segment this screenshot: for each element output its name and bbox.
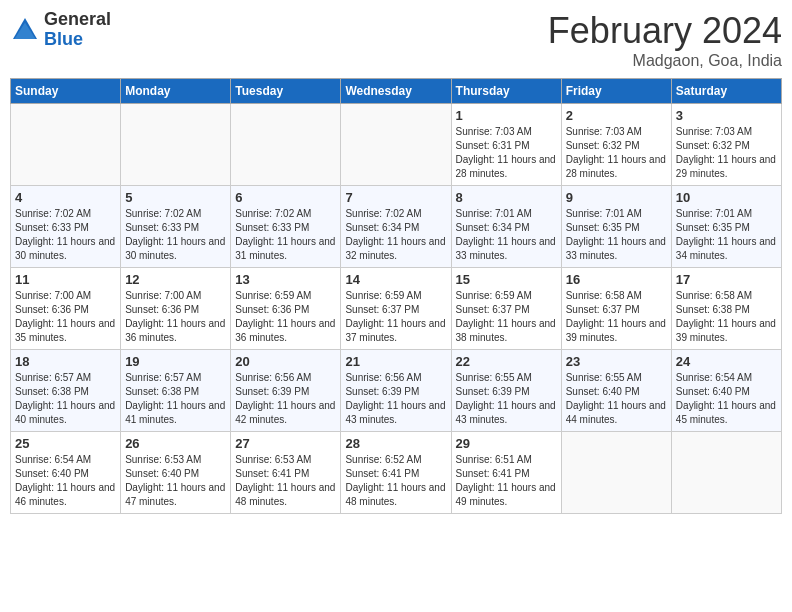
calendar-week-row: 1Sunrise: 7:03 AMSunset: 6:31 PMDaylight… [11,104,782,186]
calendar-week-row: 4Sunrise: 7:02 AMSunset: 6:33 PMDaylight… [11,186,782,268]
calendar-cell: 21Sunrise: 6:56 AMSunset: 6:39 PMDayligh… [341,350,451,432]
day-number: 8 [456,190,557,205]
day-number: 29 [456,436,557,451]
day-number: 14 [345,272,446,287]
day-info: Sunrise: 7:00 AMSunset: 6:36 PMDaylight:… [15,289,116,345]
calendar-cell: 4Sunrise: 7:02 AMSunset: 6:33 PMDaylight… [11,186,121,268]
calendar-cell: 28Sunrise: 6:52 AMSunset: 6:41 PMDayligh… [341,432,451,514]
day-info: Sunrise: 6:53 AMSunset: 6:40 PMDaylight:… [125,453,226,509]
day-number: 16 [566,272,667,287]
day-info: Sunrise: 7:02 AMSunset: 6:33 PMDaylight:… [125,207,226,263]
day-info: Sunrise: 6:55 AMSunset: 6:39 PMDaylight:… [456,371,557,427]
day-number: 17 [676,272,777,287]
day-number: 7 [345,190,446,205]
day-info: Sunrise: 7:02 AMSunset: 6:34 PMDaylight:… [345,207,446,263]
day-number: 28 [345,436,446,451]
weekday-header-cell: Thursday [451,79,561,104]
day-info: Sunrise: 7:01 AMSunset: 6:35 PMDaylight:… [566,207,667,263]
weekday-header-row: SundayMondayTuesdayWednesdayThursdayFrid… [11,79,782,104]
svg-marker-1 [15,22,36,39]
weekday-header-cell: Monday [121,79,231,104]
calendar-cell: 5Sunrise: 7:02 AMSunset: 6:33 PMDaylight… [121,186,231,268]
calendar-cell: 9Sunrise: 7:01 AMSunset: 6:35 PMDaylight… [561,186,671,268]
calendar-cell: 16Sunrise: 6:58 AMSunset: 6:37 PMDayligh… [561,268,671,350]
calendar-cell: 6Sunrise: 7:02 AMSunset: 6:33 PMDaylight… [231,186,341,268]
calendar-cell: 25Sunrise: 6:54 AMSunset: 6:40 PMDayligh… [11,432,121,514]
day-info: Sunrise: 6:54 AMSunset: 6:40 PMDaylight:… [15,453,116,509]
day-number: 26 [125,436,226,451]
calendar-cell [231,104,341,186]
day-info: Sunrise: 6:51 AMSunset: 6:41 PMDaylight:… [456,453,557,509]
day-number: 24 [676,354,777,369]
calendar-cell: 13Sunrise: 6:59 AMSunset: 6:36 PMDayligh… [231,268,341,350]
day-number: 23 [566,354,667,369]
page-header: General Blue February 2024 Madgaon, Goa,… [10,10,782,70]
logo: General Blue [10,10,111,50]
day-info: Sunrise: 6:55 AMSunset: 6:40 PMDaylight:… [566,371,667,427]
calendar-cell [121,104,231,186]
day-info: Sunrise: 6:56 AMSunset: 6:39 PMDaylight:… [235,371,336,427]
day-info: Sunrise: 6:58 AMSunset: 6:38 PMDaylight:… [676,289,777,345]
day-info: Sunrise: 7:01 AMSunset: 6:35 PMDaylight:… [676,207,777,263]
day-info: Sunrise: 6:58 AMSunset: 6:37 PMDaylight:… [566,289,667,345]
calendar-cell: 18Sunrise: 6:57 AMSunset: 6:38 PMDayligh… [11,350,121,432]
day-number: 13 [235,272,336,287]
day-number: 9 [566,190,667,205]
day-info: Sunrise: 6:59 AMSunset: 6:37 PMDaylight:… [456,289,557,345]
day-number: 3 [676,108,777,123]
day-info: Sunrise: 7:01 AMSunset: 6:34 PMDaylight:… [456,207,557,263]
calendar-cell [11,104,121,186]
day-info: Sunrise: 6:59 AMSunset: 6:37 PMDaylight:… [345,289,446,345]
day-info: Sunrise: 6:56 AMSunset: 6:39 PMDaylight:… [345,371,446,427]
calendar-cell: 22Sunrise: 6:55 AMSunset: 6:39 PMDayligh… [451,350,561,432]
logo-general-text: General [44,9,111,29]
day-number: 22 [456,354,557,369]
day-info: Sunrise: 6:53 AMSunset: 6:41 PMDaylight:… [235,453,336,509]
day-number: 6 [235,190,336,205]
day-number: 12 [125,272,226,287]
calendar-week-row: 11Sunrise: 7:00 AMSunset: 6:36 PMDayligh… [11,268,782,350]
weekday-header-cell: Wednesday [341,79,451,104]
day-info: Sunrise: 7:02 AMSunset: 6:33 PMDaylight:… [15,207,116,263]
logo-icon [10,15,40,45]
calendar-cell: 11Sunrise: 7:00 AMSunset: 6:36 PMDayligh… [11,268,121,350]
calendar-subtitle: Madgaon, Goa, India [548,52,782,70]
calendar-cell: 8Sunrise: 7:01 AMSunset: 6:34 PMDaylight… [451,186,561,268]
day-info: Sunrise: 7:02 AMSunset: 6:33 PMDaylight:… [235,207,336,263]
calendar-cell: 17Sunrise: 6:58 AMSunset: 6:38 PMDayligh… [671,268,781,350]
day-number: 2 [566,108,667,123]
day-info: Sunrise: 6:52 AMSunset: 6:41 PMDaylight:… [345,453,446,509]
calendar-cell [341,104,451,186]
day-info: Sunrise: 7:03 AMSunset: 6:31 PMDaylight:… [456,125,557,181]
weekday-header-cell: Tuesday [231,79,341,104]
calendar-body: 1Sunrise: 7:03 AMSunset: 6:31 PMDaylight… [11,104,782,514]
day-info: Sunrise: 6:59 AMSunset: 6:36 PMDaylight:… [235,289,336,345]
calendar-cell [561,432,671,514]
calendar-cell: 24Sunrise: 6:54 AMSunset: 6:40 PMDayligh… [671,350,781,432]
weekday-header-cell: Friday [561,79,671,104]
day-info: Sunrise: 7:03 AMSunset: 6:32 PMDaylight:… [566,125,667,181]
calendar-cell: 20Sunrise: 6:56 AMSunset: 6:39 PMDayligh… [231,350,341,432]
day-number: 19 [125,354,226,369]
day-number: 21 [345,354,446,369]
day-info: Sunrise: 6:57 AMSunset: 6:38 PMDaylight:… [15,371,116,427]
calendar-title: February 2024 [548,10,782,52]
day-info: Sunrise: 6:54 AMSunset: 6:40 PMDaylight:… [676,371,777,427]
day-info: Sunrise: 7:00 AMSunset: 6:36 PMDaylight:… [125,289,226,345]
calendar-cell: 19Sunrise: 6:57 AMSunset: 6:38 PMDayligh… [121,350,231,432]
calendar-cell: 12Sunrise: 7:00 AMSunset: 6:36 PMDayligh… [121,268,231,350]
calendar-table: SundayMondayTuesdayWednesdayThursdayFrid… [10,78,782,514]
title-block: February 2024 Madgaon, Goa, India [548,10,782,70]
day-info: Sunrise: 7:03 AMSunset: 6:32 PMDaylight:… [676,125,777,181]
calendar-cell: 7Sunrise: 7:02 AMSunset: 6:34 PMDaylight… [341,186,451,268]
day-number: 20 [235,354,336,369]
calendar-cell: 26Sunrise: 6:53 AMSunset: 6:40 PMDayligh… [121,432,231,514]
day-number: 11 [15,272,116,287]
calendar-cell: 23Sunrise: 6:55 AMSunset: 6:40 PMDayligh… [561,350,671,432]
calendar-cell: 3Sunrise: 7:03 AMSunset: 6:32 PMDaylight… [671,104,781,186]
calendar-cell [671,432,781,514]
day-number: 5 [125,190,226,205]
day-number: 25 [15,436,116,451]
day-number: 27 [235,436,336,451]
weekday-header-cell: Sunday [11,79,121,104]
